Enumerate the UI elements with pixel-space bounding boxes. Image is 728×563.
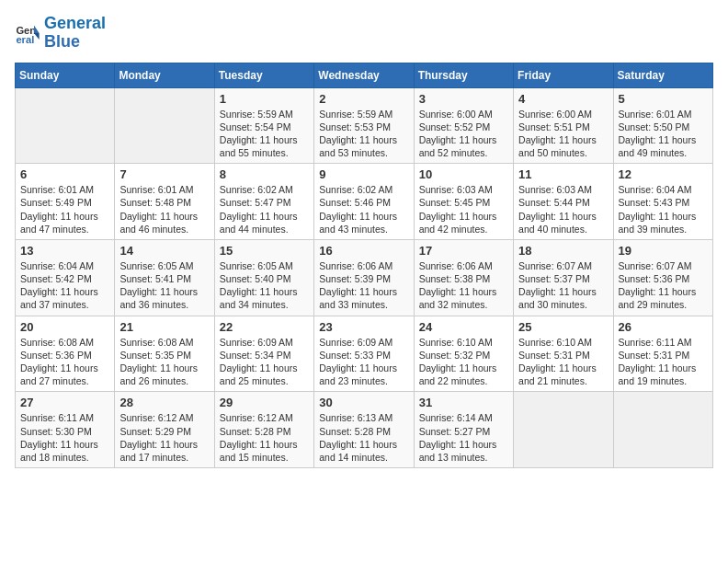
day-number: 6 <box>20 167 109 181</box>
day-number: 5 <box>619 92 708 106</box>
day-number: 9 <box>319 167 408 181</box>
day-number: 30 <box>319 396 408 409</box>
day-info: Sunrise: 6:13 AM Sunset: 5:28 PM Dayligh… <box>319 411 408 464</box>
day-info: Sunrise: 6:08 AM Sunset: 5:36 PM Dayligh… <box>20 336 109 388</box>
day-number: 15 <box>220 244 309 258</box>
day-number: 11 <box>518 167 608 181</box>
day-info: Sunrise: 6:05 AM Sunset: 5:40 PM Dayligh… <box>220 259 309 312</box>
day-info: Sunrise: 6:12 AM Sunset: 5:28 PM Dayligh… <box>220 411 309 464</box>
day-info: Sunrise: 6:05 AM Sunset: 5:41 PM Dayligh… <box>119 259 209 312</box>
day-number: 27 <box>20 396 109 409</box>
day-info: Sunrise: 6:08 AM Sunset: 5:35 PM Dayligh… <box>119 336 209 388</box>
weekday-header-saturday: Saturday <box>613 63 712 87</box>
day-number: 25 <box>518 320 608 334</box>
calendar-cell: 5Sunrise: 6:01 AM Sunset: 5:50 PM Daylig… <box>613 87 712 164</box>
day-info: Sunrise: 6:02 AM Sunset: 5:47 PM Dayligh… <box>220 183 309 236</box>
calendar-table: SundayMondayTuesdayWednesdayThursdayFrid… <box>15 63 713 468</box>
calendar-cell: 18Sunrise: 6:07 AM Sunset: 5:37 PM Dayli… <box>514 239 613 316</box>
day-info: Sunrise: 6:02 AM Sunset: 5:46 PM Dayligh… <box>319 183 408 236</box>
day-number: 12 <box>619 167 708 181</box>
logo-icon: Gen eral <box>15 20 40 46</box>
calendar-cell: 14Sunrise: 6:05 AM Sunset: 5:41 PM Dayli… <box>115 239 214 316</box>
day-info: Sunrise: 5:59 AM Sunset: 5:53 PM Dayligh… <box>319 108 408 160</box>
day-info: Sunrise: 6:03 AM Sunset: 5:45 PM Dayligh… <box>419 183 508 236</box>
day-info: Sunrise: 6:14 AM Sunset: 5:27 PM Dayligh… <box>419 411 508 464</box>
calendar-cell: 22Sunrise: 6:09 AM Sunset: 5:34 PM Dayli… <box>214 316 313 392</box>
calendar-cell: 27Sunrise: 6:11 AM Sunset: 5:30 PM Dayli… <box>16 392 115 468</box>
calendar-cell: 8Sunrise: 6:02 AM Sunset: 5:47 PM Daylig… <box>214 164 313 240</box>
weekday-header-monday: Monday <box>115 63 214 87</box>
calendar-header: SundayMondayTuesdayWednesdayThursdayFrid… <box>16 63 713 87</box>
calendar-cell: 6Sunrise: 6:01 AM Sunset: 5:49 PM Daylig… <box>16 164 115 240</box>
day-info: Sunrise: 6:07 AM Sunset: 5:37 PM Dayligh… <box>518 259 608 312</box>
day-info: Sunrise: 6:00 AM Sunset: 5:52 PM Dayligh… <box>419 108 508 160</box>
day-number: 18 <box>518 244 608 258</box>
calendar-cell: 19Sunrise: 6:07 AM Sunset: 5:36 PM Dayli… <box>613 239 712 316</box>
weekday-header-sunday: Sunday <box>16 63 115 87</box>
weekday-header-thursday: Thursday <box>414 63 513 87</box>
calendar-cell: 12Sunrise: 6:04 AM Sunset: 5:43 PM Dayli… <box>613 164 712 240</box>
day-number: 24 <box>419 320 508 334</box>
calendar-week-2: 6Sunrise: 6:01 AM Sunset: 5:49 PM Daylig… <box>16 164 713 240</box>
day-number: 31 <box>419 396 508 409</box>
day-info: Sunrise: 6:01 AM Sunset: 5:50 PM Dayligh… <box>619 108 708 160</box>
calendar-cell: 20Sunrise: 6:08 AM Sunset: 5:36 PM Dayli… <box>16 316 115 392</box>
logo-text: GeneralBlue <box>44 15 106 52</box>
day-info: Sunrise: 6:10 AM Sunset: 5:32 PM Dayligh… <box>419 336 508 388</box>
calendar-cell: 26Sunrise: 6:11 AM Sunset: 5:31 PM Dayli… <box>613 316 712 392</box>
day-number: 4 <box>518 92 608 106</box>
day-number: 28 <box>119 396 209 409</box>
page-header: Gen eral GeneralBlue <box>15 15 713 52</box>
day-number: 8 <box>220 167 309 181</box>
day-number: 19 <box>619 244 708 258</box>
weekday-header-wednesday: Wednesday <box>314 63 414 87</box>
svg-marker-2 <box>34 25 40 32</box>
day-info: Sunrise: 6:11 AM Sunset: 5:30 PM Dayligh… <box>20 411 109 464</box>
day-number: 1 <box>220 92 309 106</box>
calendar-week-1: 1Sunrise: 5:59 AM Sunset: 5:54 PM Daylig… <box>16 87 713 164</box>
calendar-cell: 3Sunrise: 6:00 AM Sunset: 5:52 PM Daylig… <box>414 87 513 164</box>
day-number: 22 <box>220 320 309 334</box>
calendar-cell: 16Sunrise: 6:06 AM Sunset: 5:39 PM Dayli… <box>314 239 414 316</box>
day-info: Sunrise: 6:09 AM Sunset: 5:34 PM Dayligh… <box>220 336 309 388</box>
day-number: 10 <box>419 167 508 181</box>
calendar-cell <box>613 392 712 468</box>
calendar-cell: 4Sunrise: 6:00 AM Sunset: 5:51 PM Daylig… <box>514 87 613 164</box>
calendar-cell: 13Sunrise: 6:04 AM Sunset: 5:42 PM Dayli… <box>16 239 115 316</box>
day-number: 7 <box>119 167 209 181</box>
calendar-cell: 28Sunrise: 6:12 AM Sunset: 5:29 PM Dayli… <box>115 392 214 468</box>
day-info: Sunrise: 6:04 AM Sunset: 5:43 PM Dayligh… <box>619 183 708 236</box>
weekday-header-friday: Friday <box>514 63 613 87</box>
calendar-week-4: 20Sunrise: 6:08 AM Sunset: 5:36 PM Dayli… <box>16 316 713 392</box>
calendar-body: 1Sunrise: 5:59 AM Sunset: 5:54 PM Daylig… <box>16 87 713 467</box>
day-info: Sunrise: 6:12 AM Sunset: 5:29 PM Dayligh… <box>119 411 209 464</box>
calendar-cell: 21Sunrise: 6:08 AM Sunset: 5:35 PM Dayli… <box>115 316 214 392</box>
day-info: Sunrise: 6:07 AM Sunset: 5:36 PM Dayligh… <box>619 259 708 312</box>
day-number: 23 <box>319 320 408 334</box>
calendar-cell: 31Sunrise: 6:14 AM Sunset: 5:27 PM Dayli… <box>414 392 513 468</box>
day-number: 2 <box>319 92 408 106</box>
svg-marker-3 <box>34 33 40 40</box>
calendar-cell: 10Sunrise: 6:03 AM Sunset: 5:45 PM Dayli… <box>414 164 513 240</box>
day-info: Sunrise: 6:01 AM Sunset: 5:48 PM Dayligh… <box>119 183 209 236</box>
calendar-cell: 23Sunrise: 6:09 AM Sunset: 5:33 PM Dayli… <box>314 316 414 392</box>
weekday-header-row: SundayMondayTuesdayWednesdayThursdayFrid… <box>16 63 713 87</box>
day-info: Sunrise: 6:03 AM Sunset: 5:44 PM Dayligh… <box>518 183 608 236</box>
day-number: 21 <box>119 320 209 334</box>
calendar-cell: 15Sunrise: 6:05 AM Sunset: 5:40 PM Dayli… <box>214 239 313 316</box>
svg-text:eral: eral <box>16 34 34 45</box>
day-number: 14 <box>119 244 209 258</box>
day-info: Sunrise: 6:11 AM Sunset: 5:31 PM Dayligh… <box>619 336 708 388</box>
calendar-cell: 29Sunrise: 6:12 AM Sunset: 5:28 PM Dayli… <box>214 392 313 468</box>
day-info: Sunrise: 6:06 AM Sunset: 5:39 PM Dayligh… <box>319 259 408 312</box>
day-info: Sunrise: 6:06 AM Sunset: 5:38 PM Dayligh… <box>419 259 508 312</box>
calendar-cell <box>16 87 115 164</box>
calendar-cell: 11Sunrise: 6:03 AM Sunset: 5:44 PM Dayli… <box>514 164 613 240</box>
calendar-cell <box>514 392 613 468</box>
calendar-cell: 30Sunrise: 6:13 AM Sunset: 5:28 PM Dayli… <box>314 392 414 468</box>
calendar-cell: 25Sunrise: 6:10 AM Sunset: 5:31 PM Dayli… <box>514 316 613 392</box>
calendar-cell: 2Sunrise: 5:59 AM Sunset: 5:53 PM Daylig… <box>314 87 414 164</box>
calendar-cell: 24Sunrise: 6:10 AM Sunset: 5:32 PM Dayli… <box>414 316 513 392</box>
day-number: 16 <box>319 244 408 258</box>
day-number: 26 <box>619 320 708 334</box>
